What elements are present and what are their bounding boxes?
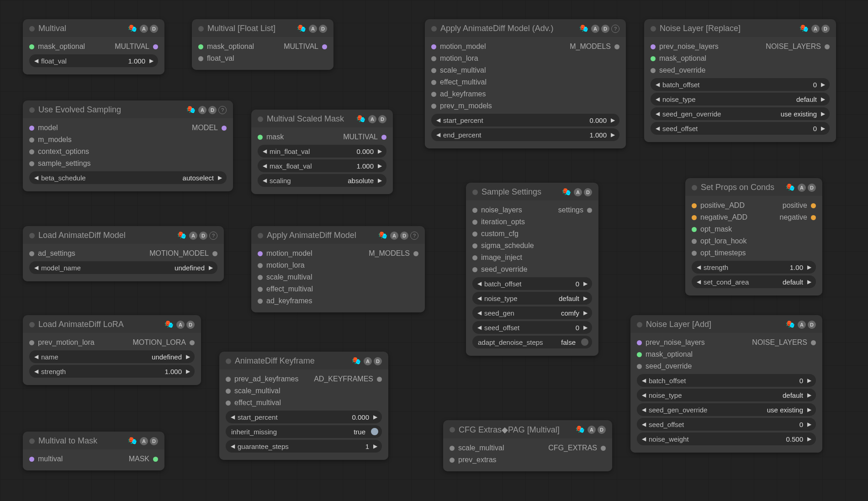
node-title[interactable]: Sample SettingsAD	[466, 183, 598, 200]
node-multival[interactable]: MultivalADmask_optionalMULTIVAL◀float_va…	[23, 19, 164, 74]
output-port[interactable]: NOISE_LAYERS	[766, 42, 830, 51]
widget-strength[interactable]: ◀strength1.000▶	[29, 365, 195, 378]
chevron-left-icon[interactable]: ◀	[261, 163, 268, 169]
chevron-right-icon[interactable]: ▶	[806, 279, 812, 285]
port-icon[interactable]	[29, 340, 34, 345]
chevron-right-icon[interactable]: ▶	[376, 177, 383, 184]
input-port[interactable]: prev_m_models	[431, 102, 492, 110]
help-icon[interactable]: ?	[209, 232, 217, 240]
output-port[interactable]: M_MODELS	[570, 42, 619, 51]
help-icon[interactable]: ?	[611, 25, 619, 33]
widget-start-percent[interactable]: ◀start_percent0.000▶	[431, 114, 619, 127]
node-title[interactable]: Set Props on CondsAD	[685, 178, 822, 196]
chevron-left-icon[interactable]: ◀	[640, 436, 647, 442]
port-icon[interactable]	[614, 44, 619, 49]
chevron-left-icon[interactable]: ◀	[435, 132, 441, 138]
port-icon[interactable]	[29, 457, 34, 462]
chevron-right-icon[interactable]: ▶	[217, 174, 223, 181]
collapse-dot-icon[interactable]	[29, 322, 35, 327]
widget-seed-gen[interactable]: ◀seed_gencomfy▶	[472, 306, 592, 319]
chevron-right-icon[interactable]: ▶	[806, 421, 812, 427]
input-port[interactable]: m_models	[29, 136, 72, 144]
collapse-dot-icon[interactable]	[29, 107, 35, 113]
collapse-dot-icon[interactable]	[29, 233, 35, 238]
input-port[interactable]: effect_multival	[226, 399, 281, 407]
chevron-right-icon[interactable]: ▶	[806, 264, 812, 270]
collapse-dot-icon[interactable]	[258, 116, 263, 122]
input-port[interactable]: opt_lora_hook	[692, 237, 746, 245]
chevron-left-icon[interactable]: ◀	[476, 324, 482, 331]
port-icon[interactable]	[431, 56, 436, 61]
chevron-right-icon[interactable]: ▶	[820, 111, 826, 117]
collapse-dot-icon[interactable]	[472, 190, 478, 195]
port-icon[interactable]	[637, 352, 642, 357]
widget-strength[interactable]: ◀strength1.00▶	[692, 261, 816, 274]
chevron-right-icon[interactable]: ▶	[185, 353, 191, 360]
widget-max-float-val[interactable]: ◀max_float_val1.000▶	[258, 159, 386, 172]
input-port[interactable]: mask_optional	[198, 42, 254, 51]
node-apply_animatediff_adv[interactable]: Apply AnimateDiff Model (Adv.)AD?motion_…	[425, 19, 626, 148]
port-icon[interactable]	[258, 299, 263, 304]
collapse-dot-icon[interactable]	[450, 427, 455, 432]
node-title[interactable]: AnimateDiff KeyframeAD	[219, 352, 388, 369]
output-port[interactable]: settings	[558, 206, 592, 214]
port-icon[interactable]	[153, 457, 158, 462]
port-icon[interactable]	[431, 104, 436, 109]
port-icon[interactable]	[601, 446, 606, 451]
chevron-left-icon[interactable]: ◀	[654, 125, 661, 132]
widget-scaling[interactable]: ◀scalingabsolute▶	[258, 174, 386, 187]
chevron-left-icon[interactable]: ◀	[229, 443, 236, 449]
output-port[interactable]: MODEL	[192, 124, 227, 132]
port-icon[interactable]	[472, 232, 477, 237]
node-multival_scaled_mask[interactable]: Multival Scaled MaskADmaskMULTIVAL◀min_f…	[251, 110, 393, 194]
input-port[interactable]: seed_override	[472, 265, 527, 274]
widget-end-percent[interactable]: ◀end_percent1.000▶	[431, 128, 619, 141]
port-icon[interactable]	[587, 208, 592, 213]
output-port[interactable]: MULTIVAL	[343, 133, 386, 141]
output-port[interactable]: MULTIVAL	[115, 42, 158, 51]
port-icon[interactable]	[431, 92, 436, 97]
chevron-left-icon[interactable]: ◀	[640, 392, 647, 398]
chevron-left-icon[interactable]: ◀	[640, 406, 647, 413]
chevron-right-icon[interactable]: ▶	[806, 377, 812, 384]
node-title[interactable]: Apply AnimateDiff ModelAD?	[251, 226, 425, 244]
node-multival_float_list[interactable]: Multival [Float List]ADmask_optionalMULT…	[192, 19, 333, 70]
port-icon[interactable]	[258, 287, 263, 292]
node-title[interactable]: Load AnimateDiff ModelAD?	[23, 226, 224, 244]
widget-noise-type[interactable]: ◀noise_typedefault▶	[637, 389, 816, 401]
node-title[interactable]: Multival to MaskAD	[23, 432, 164, 449]
port-icon[interactable]	[29, 149, 34, 154]
input-port[interactable]: model	[29, 124, 58, 132]
widget-batch-offset[interactable]: ◀batch_offset0▶	[637, 374, 816, 387]
collapse-dot-icon[interactable]	[637, 322, 642, 327]
input-port[interactable]: motion_model	[258, 249, 312, 258]
input-port[interactable]: ad_settings	[29, 249, 75, 258]
input-port[interactable]: negative_ADD	[692, 213, 747, 221]
node-animatediff_keyframe[interactable]: AnimateDiff KeyframeADprev_ad_keyframesA…	[219, 352, 388, 460]
port-icon[interactable]	[431, 68, 436, 73]
output-port[interactable]: negative	[780, 213, 816, 221]
chevron-left-icon[interactable]: ◀	[435, 117, 441, 123]
port-icon[interactable]	[692, 203, 697, 208]
chevron-right-icon[interactable]: ▶	[609, 117, 616, 123]
port-icon[interactable]	[322, 44, 327, 49]
port-icon[interactable]	[258, 135, 263, 140]
node-title[interactable]: Use Evolved SamplingAD?	[23, 100, 233, 118]
port-icon[interactable]	[29, 44, 34, 49]
widget-adapt-denoise-steps[interactable]: adapt_denoise_stepsfalse	[472, 336, 592, 348]
chevron-right-icon[interactable]: ▶	[148, 58, 154, 64]
chevron-right-icon[interactable]: ▶	[820, 81, 826, 88]
port-icon[interactable]	[222, 126, 227, 131]
input-port[interactable]: seed_override	[651, 66, 705, 74]
chevron-left-icon[interactable]: ◀	[695, 279, 702, 285]
widget-seed-offset[interactable]: ◀seed_offset0▶	[472, 321, 592, 334]
input-port[interactable]: iteration_opts	[472, 218, 525, 226]
widget-model-name[interactable]: ◀model_nameundefined▶	[29, 261, 217, 274]
input-port[interactable]: effect_multival	[431, 78, 487, 86]
chevron-left-icon[interactable]: ◀	[476, 280, 482, 287]
chevron-right-icon[interactable]: ▶	[582, 295, 588, 301]
input-port[interactable]: float_val	[198, 54, 234, 63]
input-port[interactable]: prev_motion_lora	[29, 338, 95, 347]
widget-name[interactable]: ◀nameundefined▶	[29, 350, 195, 363]
input-port[interactable]: motion_lora	[258, 261, 305, 269]
